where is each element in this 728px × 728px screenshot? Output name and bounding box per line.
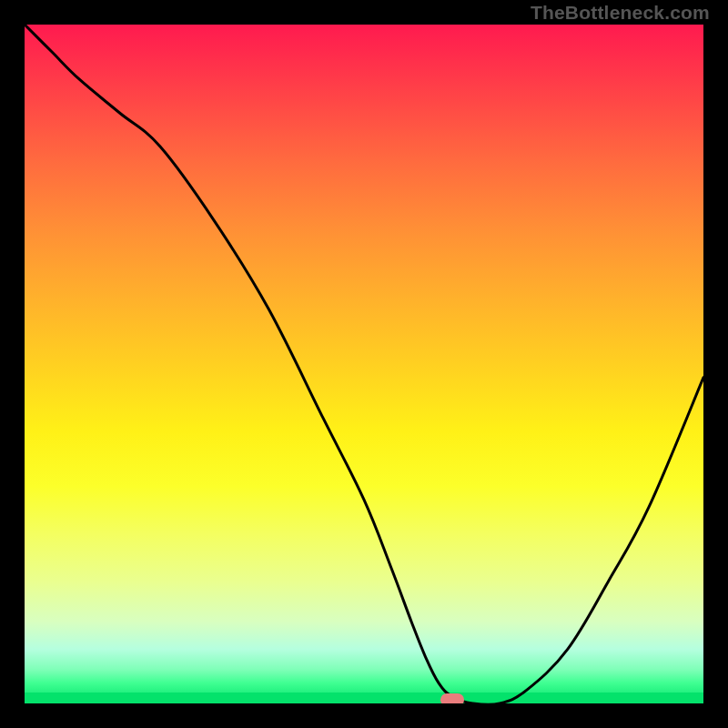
plot-area bbox=[25, 25, 703, 703]
watermark-text: TheBottleneck.com bbox=[531, 2, 710, 24]
chart-frame: TheBottleneck.com bbox=[0, 0, 728, 728]
minimum-marker bbox=[440, 693, 464, 703]
bottleneck-curve bbox=[25, 25, 703, 703]
